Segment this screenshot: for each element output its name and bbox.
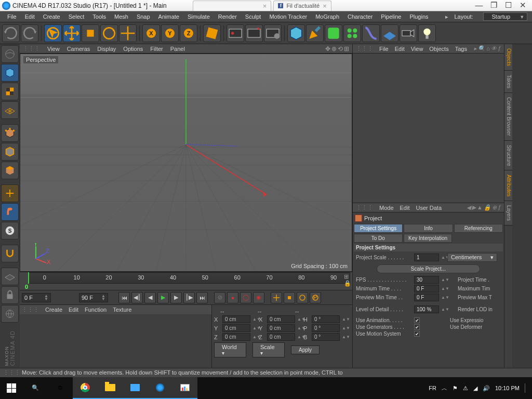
next-frame-button[interactable]: ▶ bbox=[170, 292, 182, 303]
goto-end-button[interactable]: ⏭ bbox=[196, 292, 208, 303]
rot-p-input[interactable] bbox=[312, 324, 340, 332]
tab-project-settings[interactable]: Project Settings bbox=[354, 224, 403, 233]
playhead[interactable] bbox=[28, 272, 29, 284]
rotate-tool[interactable] bbox=[100, 24, 118, 42]
layout-dropdown[interactable]: Startup bbox=[483, 12, 527, 21]
use-generators-checkbox[interactable]: ✔ bbox=[414, 324, 420, 330]
obj-menu-objects[interactable]: Objects bbox=[429, 46, 448, 52]
size-z-input[interactable] bbox=[267, 333, 295, 341]
nav-rotate-icon[interactable]: ⟲ bbox=[338, 45, 343, 52]
obj-menu-view[interactable]: View bbox=[411, 46, 423, 52]
eye-icon[interactable]: 👁 bbox=[491, 45, 497, 52]
y-axis-lock[interactable]: Y bbox=[161, 24, 179, 42]
viewport-isolate-button[interactable]: S bbox=[1, 222, 19, 240]
param-key-button[interactable]: P bbox=[310, 292, 321, 303]
menu-file[interactable]: File bbox=[3, 12, 21, 21]
attr-menu-userdata[interactable]: User Data bbox=[416, 205, 442, 211]
lock-icon[interactable]: 🔒 bbox=[484, 204, 491, 211]
mat-menu-texture[interactable]: Texture bbox=[113, 307, 131, 313]
close-icon[interactable]: × bbox=[323, 2, 327, 10]
start-frame-field[interactable]: 0 F▲▼ bbox=[22, 293, 51, 302]
menu-pipeline[interactable]: Pipeline bbox=[377, 12, 405, 21]
side-tab-attributes[interactable]: Attributes bbox=[504, 170, 512, 201]
tab-key-interpolation[interactable]: Key Interpolation bbox=[404, 234, 453, 243]
menu-mograph[interactable]: MoGraph bbox=[311, 12, 343, 21]
last-tool[interactable] bbox=[119, 24, 137, 42]
timeline-ruler[interactable]: 0102030405060708090 0 ⊞🔒 bbox=[20, 272, 352, 290]
mat-menu-create[interactable]: Create bbox=[45, 307, 62, 313]
obj-menu-tags[interactable]: Tags bbox=[455, 46, 467, 52]
lock-icon[interactable]: 🔒 bbox=[344, 280, 351, 287]
camera-button[interactable] bbox=[400, 24, 417, 42]
size-y-input[interactable] bbox=[267, 324, 295, 332]
rot-key-button[interactable] bbox=[297, 292, 308, 303]
points-mode-button[interactable] bbox=[1, 124, 19, 142]
make-editable-button[interactable] bbox=[1, 45, 19, 63]
vp-menu-panel[interactable]: Panel bbox=[170, 46, 185, 52]
minimize-icon[interactable]: — bbox=[475, 2, 483, 10]
viewport-solo-button[interactable] bbox=[1, 203, 19, 221]
side-tab-content-browser[interactable]: Content Browser bbox=[504, 93, 512, 140]
home-icon[interactable]: ⌂ bbox=[486, 45, 490, 52]
goto-next-key-button[interactable]: ⎮▶ bbox=[183, 292, 195, 303]
vp-menu-options[interactable]: Options bbox=[123, 46, 143, 52]
planar-workplane-button[interactable] bbox=[1, 305, 19, 323]
pos-y-input[interactable] bbox=[222, 324, 250, 332]
attr-menu-mode[interactable]: Mode bbox=[379, 205, 394, 211]
menu-render[interactable]: Render bbox=[214, 12, 241, 21]
obj-menu-edit[interactable]: Edit bbox=[395, 46, 405, 52]
menu-create[interactable]: Create bbox=[39, 12, 64, 21]
live-selection-tool[interactable] bbox=[44, 24, 62, 42]
rot-h-input[interactable] bbox=[312, 315, 340, 323]
nav-fwd-icon[interactable]: ▶ bbox=[472, 204, 476, 211]
browser-tab-fb[interactable]: fFil d'actualité× bbox=[273, 1, 331, 11]
play-button[interactable]: ▶ bbox=[157, 292, 169, 303]
taskbar-c4d[interactable] bbox=[148, 377, 172, 399]
pen-tool-button[interactable] bbox=[306, 24, 324, 42]
taskbar-paint[interactable] bbox=[172, 377, 197, 399]
tray-network-icon[interactable]: ⚠ bbox=[463, 385, 468, 392]
close-icon[interactable]: ✕ bbox=[518, 2, 527, 10]
obj-menu-file[interactable]: File bbox=[379, 46, 389, 52]
tray-notifications-icon[interactable] bbox=[525, 383, 528, 393]
render-settings-button[interactable] bbox=[264, 24, 282, 42]
render-picture-button[interactable] bbox=[245, 24, 263, 42]
menu-mesh[interactable]: Mesh bbox=[110, 12, 132, 21]
polygons-mode-button[interactable] bbox=[1, 162, 19, 179]
vp-menu-display[interactable]: Display bbox=[97, 46, 116, 52]
arrow-icon[interactable]: ▸ bbox=[474, 45, 477, 52]
taskbar-taskview[interactable]: ⧉ bbox=[48, 377, 73, 399]
menu-sculpt[interactable]: Sculpt bbox=[241, 12, 265, 21]
function-icon[interactable]: ƒ bbox=[498, 204, 501, 211]
snap-button[interactable] bbox=[1, 245, 19, 262]
workplane-grid-button[interactable] bbox=[1, 268, 19, 285]
coord-mode-dropdown[interactable]: World ▾ bbox=[214, 342, 246, 357]
x-axis-lock[interactable]: X bbox=[142, 24, 160, 42]
menu-character[interactable]: Character bbox=[343, 12, 377, 21]
tab-todo[interactable]: To Do bbox=[354, 234, 403, 243]
workplane-button[interactable] bbox=[1, 101, 19, 119]
start-button[interactable] bbox=[0, 377, 23, 399]
vp-menu-filter[interactable]: Filter bbox=[150, 46, 163, 52]
scale-tool[interactable] bbox=[82, 24, 99, 42]
menu-plugins[interactable]: Plugins bbox=[405, 12, 432, 21]
lod-input[interactable] bbox=[414, 305, 439, 313]
pos-x-input[interactable] bbox=[222, 315, 250, 323]
tray-clock[interactable]: 10:10 PM bbox=[495, 385, 520, 391]
apply-button[interactable]: Apply bbox=[291, 345, 320, 354]
side-tab-structure[interactable]: Structure bbox=[504, 141, 512, 171]
function-icon[interactable]: ƒ bbox=[498, 45, 501, 52]
mat-menu-function[interactable]: Function bbox=[85, 307, 107, 313]
floor-button[interactable] bbox=[381, 24, 398, 42]
keyframe-selection-button[interactable]: ◯ bbox=[240, 292, 251, 303]
nav-move-icon[interactable]: ✥ bbox=[325, 45, 330, 52]
pos-z-input[interactable] bbox=[222, 333, 250, 341]
prev-frame-button[interactable]: ◀ bbox=[144, 292, 156, 303]
search-icon[interactable]: 🔍 bbox=[478, 45, 485, 52]
maximize-icon[interactable]: ☐ bbox=[504, 2, 512, 10]
new-icon[interactable]: ⊕ bbox=[492, 204, 497, 211]
render-view-button[interactable] bbox=[227, 24, 244, 42]
record-button[interactable]: ⊘ bbox=[214, 292, 225, 303]
grid-icon[interactable]: ⊞ bbox=[344, 273, 351, 280]
light-button[interactable] bbox=[418, 24, 436, 42]
